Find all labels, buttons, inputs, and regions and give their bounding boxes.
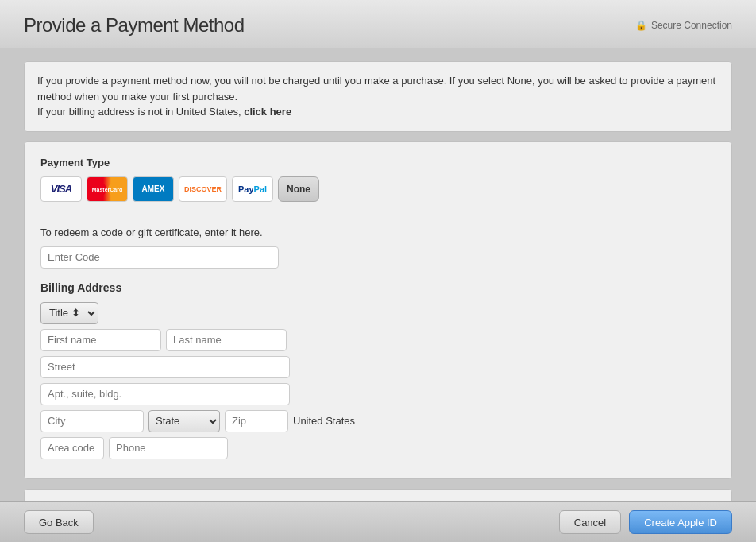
payment-form-box: Payment Type VISA MasterCard AMEX DISCOV… <box>24 141 732 479</box>
phone-input[interactable] <box>109 437 228 459</box>
secure-connection-indicator: 🔒 Secure Connection <box>635 20 732 31</box>
apt-row <box>40 383 716 405</box>
name-row <box>40 329 716 351</box>
bottom-bar: Go Back Cancel Create Apple ID <box>0 501 756 542</box>
click-here-link[interactable]: click here <box>244 106 291 118</box>
cancel-button[interactable]: Cancel <box>559 510 621 534</box>
payment-type-label: Payment Type <box>40 157 716 168</box>
page-header: Provide a Payment Method 🔒 Secure Connec… <box>0 0 756 48</box>
firstname-input[interactable] <box>40 329 161 351</box>
areacode-input[interactable] <box>40 437 104 459</box>
billing-address-label: Billing Address <box>40 281 716 294</box>
paypal-button[interactable]: PayPal <box>232 176 273 202</box>
street-input[interactable] <box>40 356 290 378</box>
none-button[interactable]: None <box>278 176 319 202</box>
redeem-label: To redeem a code or gift certificate, en… <box>40 226 716 238</box>
mastercard-button[interactable]: MasterCard <box>87 176 128 202</box>
street-row <box>40 356 716 378</box>
city-state-zip-row: State AL AK CA NY TX United States <box>40 410 716 432</box>
country-label: United States <box>293 410 355 432</box>
info-text-line2: If your billing address is not in United… <box>37 104 719 120</box>
redeem-code-row <box>40 246 716 269</box>
main-content: If you provide a payment method now, you… <box>0 48 756 501</box>
footer-note: Apple uses industry-standard encryption … <box>24 489 732 502</box>
title-row: Title ⬍ Mr. Ms. Mrs. Dr. <box>40 302 716 324</box>
page-title: Provide a Payment Method <box>24 14 245 37</box>
mc-text: MasterCard <box>87 186 127 192</box>
apt-input[interactable] <box>40 383 290 405</box>
phone-row <box>40 437 716 459</box>
right-buttons: Cancel Create Apple ID <box>559 510 732 534</box>
code-input[interactable] <box>40 246 279 269</box>
lock-icon: 🔒 <box>635 20 647 31</box>
lastname-input[interactable] <box>166 329 287 351</box>
state-select[interactable]: State AL AK CA NY TX <box>148 410 220 432</box>
create-apple-id-button[interactable]: Create Apple ID <box>629 510 732 534</box>
divider-1 <box>40 215 716 215</box>
info-box: If you provide a payment method now, you… <box>24 61 732 132</box>
info-text-line1: If you provide a payment method now, you… <box>37 73 719 104</box>
payment-cards-row: VISA MasterCard AMEX DISCOVER PayPal Non… <box>40 176 716 202</box>
discover-button[interactable]: DISCOVER <box>179 176 227 202</box>
title-select[interactable]: Title ⬍ Mr. Ms. Mrs. Dr. <box>40 302 98 324</box>
city-input[interactable] <box>40 410 144 432</box>
visa-button[interactable]: VISA <box>40 176 82 202</box>
zip-input[interactable] <box>225 410 288 432</box>
amex-button[interactable]: AMEX <box>133 176 174 202</box>
go-back-button[interactable]: Go Back <box>24 510 94 534</box>
secure-label: Secure Connection <box>651 20 732 31</box>
